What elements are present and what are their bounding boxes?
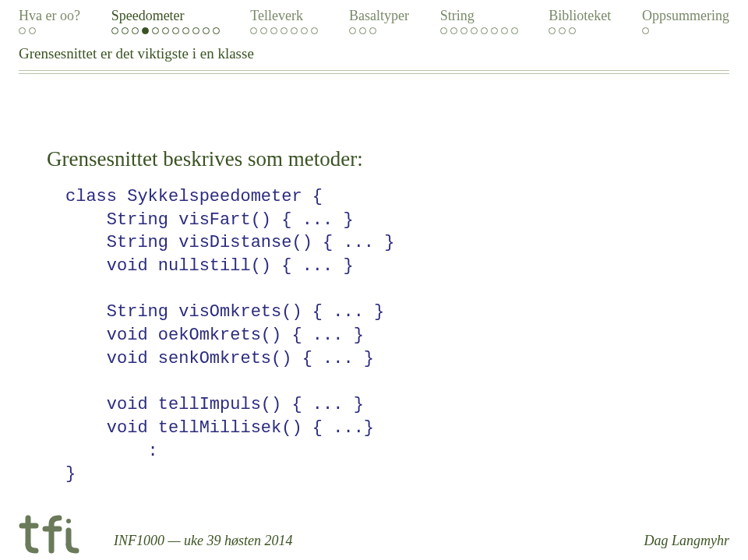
progress-dot[interactable]: [111, 27, 118, 34]
code-block: class Sykkelspeedometer { String visFart…: [47, 185, 701, 486]
progress-dot[interactable]: [291, 27, 298, 34]
progress-dot[interactable]: [301, 27, 308, 34]
nav-label: Hva er oo?: [19, 8, 80, 24]
nav-progress-dots: [111, 27, 220, 34]
progress-dot[interactable]: [481, 27, 488, 34]
nav-label: Basaltyper: [349, 8, 409, 24]
nav-progress-dots: [250, 27, 318, 34]
nav-progress-dots: [642, 27, 649, 34]
progress-dot[interactable]: [213, 27, 220, 34]
progress-dot[interactable]: [440, 27, 447, 34]
slide: Hva er oo?SpeedometerTelleverkBasaltyper…: [0, 0, 748, 560]
nav-label: String: [440, 8, 475, 24]
progress-dot[interactable]: [203, 27, 210, 34]
nav-label: Oppsummering: [642, 8, 729, 24]
nav-item[interactable]: Telleverk: [250, 8, 318, 34]
footer-left: INF1000 — uke 39 høsten 2014: [114, 533, 292, 549]
progress-dot[interactable]: [501, 27, 508, 34]
progress-dot[interactable]: [311, 27, 318, 34]
progress-dot[interactable]: [152, 27, 159, 34]
rule-line: [19, 70, 729, 71]
progress-dot[interactable]: [369, 27, 376, 34]
progress-dot[interactable]: [29, 27, 36, 34]
svg-point-0: [66, 519, 71, 523]
progress-dot[interactable]: [260, 27, 267, 34]
nav-label: Biblioteket: [549, 8, 611, 24]
nav-progress-dots: [549, 27, 576, 34]
body-heading: Grensesnittet beskrives som metoder:: [47, 147, 701, 171]
progress-dot[interactable]: [122, 27, 129, 34]
progress-dot[interactable]: [142, 27, 149, 34]
rule-line: [19, 73, 729, 74]
nav-progress-dots: [440, 27, 518, 34]
section-title: Grensesnittet er det viktigste i en klas…: [0, 34, 748, 70]
logo-icon: [19, 513, 89, 554]
nav-bar: Hva er oo?SpeedometerTelleverkBasaltyper…: [0, 0, 748, 34]
progress-dot[interactable]: [280, 27, 288, 34]
nav-item[interactable]: Hva er oo?: [19, 8, 80, 34]
footer-right: Dag Langmyhr: [644, 533, 729, 549]
progress-dot[interactable]: [559, 27, 566, 34]
progress-dot[interactable]: [511, 27, 518, 34]
progress-dot[interactable]: [250, 27, 257, 34]
footer-text: INF1000 — uke 39 høsten 2014 Dag Langmyh…: [114, 533, 729, 554]
progress-dot[interactable]: [192, 27, 199, 34]
progress-dot[interactable]: [172, 27, 179, 34]
divider-rules: [0, 70, 748, 77]
progress-dot[interactable]: [549, 27, 556, 34]
progress-dot[interactable]: [569, 27, 576, 34]
progress-dot[interactable]: [471, 27, 478, 34]
nav-item[interactable]: Biblioteket: [549, 8, 611, 34]
nav-item[interactable]: Basaltyper: [349, 8, 409, 34]
nav-progress-dots: [19, 27, 36, 34]
progress-dot[interactable]: [450, 27, 457, 34]
nav-progress-dots: [349, 27, 376, 34]
progress-dot[interactable]: [642, 27, 649, 34]
progress-dot[interactable]: [270, 27, 277, 34]
progress-dot[interactable]: [182, 27, 189, 34]
progress-dot[interactable]: [162, 27, 169, 34]
nav-item[interactable]: String: [440, 8, 518, 34]
nav-item[interactable]: Speedometer: [111, 8, 220, 34]
slide-body: Grensesnittet beskrives som metoder: cla…: [0, 77, 748, 486]
progress-dot[interactable]: [460, 27, 468, 34]
progress-dot[interactable]: [19, 27, 26, 34]
nav-label: Speedometer: [111, 8, 185, 24]
nav-item[interactable]: Oppsummering: [642, 8, 729, 34]
progress-dot[interactable]: [359, 27, 366, 34]
progress-dot[interactable]: [132, 27, 139, 34]
progress-dot[interactable]: [349, 27, 356, 34]
footer: INF1000 — uke 39 høsten 2014 Dag Langmyh…: [0, 513, 748, 554]
nav-label: Telleverk: [250, 8, 303, 24]
progress-dot[interactable]: [491, 27, 498, 34]
